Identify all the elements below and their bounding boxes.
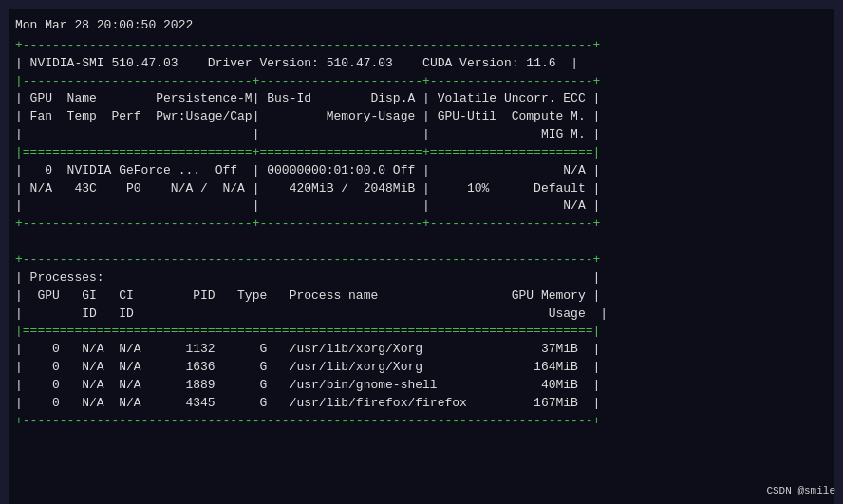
timestamp: Mon Mar 28 20:00:50 2022	[15, 17, 828, 35]
nvidia-smi-header: | NVIDIA-SMI 510.47.03 Driver Version: 5…	[15, 55, 828, 73]
col-header-2: | Fan Temp Perf Pwr:Usage/Cap| Memory-Us…	[15, 108, 828, 126]
gpu-row-3: | | | N/A |	[15, 197, 828, 215]
mid-border-2: |===============================+=======…	[15, 144, 828, 162]
gpu-row-2: | N/A 43C P0 N/A / N/A | 420MiB / 2048Mi…	[15, 180, 828, 198]
proc-row-0: | 0 N/A N/A 1132 G /usr/lib/xorg/Xorg 37…	[15, 341, 828, 359]
gpu-row-1: | 0 NVIDIA GeForce ... Off | 00000000:01…	[15, 162, 828, 180]
proc-top-border: +---------------------------------------…	[15, 252, 828, 270]
smi-version: 510.47.03	[111, 56, 178, 70]
bottom-border-1: +-------------------------------+-------…	[15, 215, 828, 233]
watermark: CSDN @smile	[766, 485, 835, 496]
mid-border-1: |-------------------------------+-------…	[15, 73, 828, 91]
terminal-output: Mon Mar 28 20:00:50 2022 +--------------…	[9, 9, 834, 504]
proc-row-3: | 0 N/A N/A 4345 G /usr/lib/firefox/fire…	[15, 395, 828, 413]
proc-mid-border: |=======================================…	[15, 323, 828, 341]
proc-bottom-border: +---------------------------------------…	[15, 413, 828, 431]
driver-version: 510.47.03	[327, 56, 393, 70]
proc-row-1: | 0 N/A N/A 1636 G /usr/lib/xorg/Xorg 16…	[15, 359, 828, 377]
col-header-1: | GPU Name Persistence-M| Bus-Id Disp.A …	[15, 90, 828, 108]
proc-col-header-1: | GPU GI CI PID Type Process name GPU Me…	[15, 288, 828, 306]
cuda-version: 11.6	[526, 56, 555, 70]
proc-col-header-2: | ID ID Usage |	[15, 306, 828, 324]
top-border: +---------------------------------------…	[15, 37, 828, 55]
processes-header: | Processes: |	[15, 270, 828, 288]
proc-row-2: | 0 N/A N/A 1889 G /usr/bin/gnome-shell …	[15, 377, 828, 395]
col-header-3: | | | MIG M. |	[15, 126, 828, 144]
spacer-1	[15, 233, 828, 252]
